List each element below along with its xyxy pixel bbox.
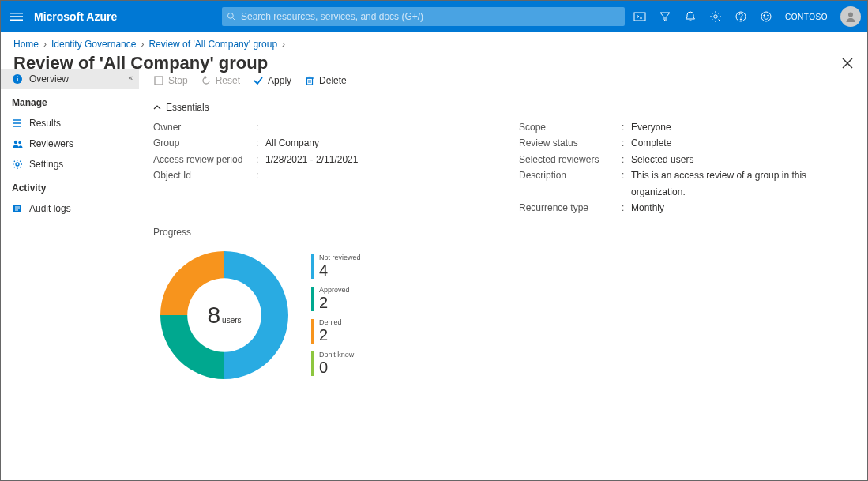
ess-rec-key: Recurrence type [519,200,622,216]
sidebar-item-label: Reviewers [29,138,73,149]
breadcrumb-level3[interactable]: Review of 'All Company' group [148,39,277,50]
ess-reviewers-val: Selected users [631,152,853,167]
avatar[interactable] [840,6,861,27]
stop-icon [153,75,164,86]
svg-point-24 [14,141,17,144]
ess-status-val: Complete [631,135,853,151]
svg-point-26 [16,163,19,166]
chevron-up-icon [153,103,161,111]
svg-rect-1 [10,16,23,17]
legend-item: Approved2 [311,287,361,311]
donut-total-label: users [222,316,241,325]
ess-period-val: 1/28/2021 - 2/11/2021 [265,152,487,167]
ess-period-key: Access review period [153,152,256,167]
legend-item: Denied2 [311,319,361,344]
tenant-name[interactable]: CONTOSO [785,13,828,21]
help-icon[interactable] [735,10,747,23]
ess-status-key: Review status [519,135,622,151]
ess-scope-val: Everyone [631,119,853,135]
ess-group-val: All Company [265,135,487,151]
ess-desc-key: Description [519,167,622,200]
undo-icon [201,75,212,86]
breadcrumb-home[interactable]: Home [13,39,39,50]
directory-filter-icon[interactable] [659,10,671,23]
close-icon[interactable] [842,58,853,69]
svg-line-4 [233,18,235,21]
stop-button[interactable]: Stop [153,75,188,86]
sidebar-item-label: Overview [29,73,69,85]
sidebar-item-settings[interactable]: Settings [1,154,139,175]
chevron-right-icon: › [141,39,144,50]
people-icon [12,138,23,149]
ess-object-val [265,167,487,183]
apply-button[interactable]: Apply [253,75,291,86]
legend-name: Don't know [319,351,361,359]
button-label: Delete [319,75,347,86]
svg-rect-20 [17,76,17,77]
legend-value: 2 [319,294,361,311]
svg-point-25 [18,141,21,144]
svg-rect-32 [307,78,313,85]
essentials: Owner: Group:All Company Access review p… [153,119,853,216]
global-search[interactable] [222,7,625,26]
info-icon [12,73,23,85]
sidebar-item-label: Audit logs [29,203,71,214]
donut-chart: 8 users [153,244,295,386]
legend: Not reviewed4Approved2Denied2Don't know0 [311,254,361,376]
ess-group-key: Group [153,135,256,151]
trash-icon [304,75,315,86]
ess-object-key: Object Id [153,167,256,183]
settings-gear-icon[interactable] [709,10,722,23]
delete-button[interactable]: Delete [304,75,347,86]
sidebar-heading-manage: Manage [1,89,139,113]
svg-point-11 [740,19,741,20]
brand[interactable]: Microsoft Azure [34,10,117,23]
sidebar-item-label: Results [29,118,61,129]
svg-rect-19 [17,78,17,81]
log-icon [12,203,23,214]
chevron-right-icon: › [282,39,285,50]
sidebar-item-label: Settings [29,159,63,170]
legend-name: Not reviewed [319,254,361,261]
sidebar-item-results[interactable]: Results [1,113,139,133]
menu-icon[interactable] [1,10,32,23]
donut-center: 8 users [153,244,295,386]
search-input[interactable] [241,11,620,22]
ess-owner-key: Owner [153,119,256,135]
legend-name: Denied [319,319,361,326]
sidebar-item-reviewers[interactable]: Reviewers [1,133,139,154]
sidebar-item-overview[interactable]: Overview [1,69,139,89]
svg-rect-31 [155,77,163,85]
sidebar: « Overview Manage Results Reviewers Sett… [1,69,139,480]
top-bar: Microsoft Azure CONTOSO [1,1,867,32]
top-icons: CONTOSO [633,1,861,32]
svg-point-14 [768,15,769,17]
search-icon [227,12,236,21]
chevron-right-icon: › [43,39,47,50]
svg-point-15 [848,13,853,17]
ess-desc-val: This is an access review of a group in t… [631,167,853,200]
essentials-heading: Essentials [166,102,209,113]
cloud-shell-icon[interactable] [633,10,646,23]
legend-item: Don't know0 [311,351,361,376]
breadcrumb-level2[interactable]: Identity Governance [51,39,136,50]
reset-button[interactable]: Reset [201,75,240,86]
svg-rect-5 [634,13,645,21]
check-icon [253,75,264,86]
feedback-icon[interactable] [760,10,772,23]
legend-value: 0 [319,359,361,376]
ess-owner-val [265,119,487,135]
button-label: Reset [216,75,240,86]
sidebar-item-audit-logs[interactable]: Audit logs [1,198,139,219]
collapse-sidebar-icon[interactable]: « [128,73,133,82]
svg-point-12 [761,12,771,21]
progress-heading: Progress [153,227,853,238]
sidebar-heading-activity: Activity [1,175,139,198]
legend-value: 4 [319,261,361,279]
notifications-icon[interactable] [684,10,697,23]
ess-rec-val: Monthly [631,200,853,216]
legend-item: Not reviewed4 [311,254,361,279]
toolbar: Stop Reset Apply Delete [153,69,853,92]
main-content: Stop Reset Apply Delete Essentials [139,69,867,480]
essentials-toggle[interactable]: Essentials [153,99,853,119]
